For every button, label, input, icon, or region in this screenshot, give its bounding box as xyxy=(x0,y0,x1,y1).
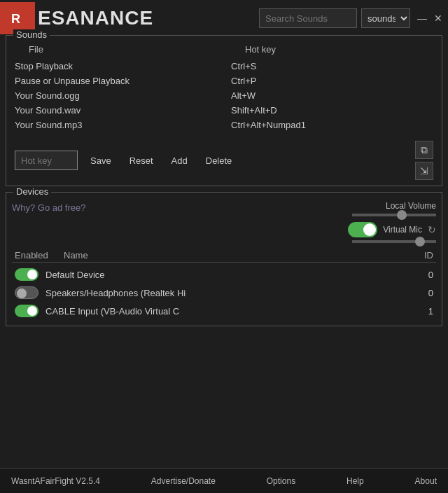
footer-version: WasntAFairFight V2.5.4 xyxy=(11,476,100,486)
hotkey-input[interactable] xyxy=(15,151,78,170)
sound-row[interactable]: Stop Playback Ctrl+S xyxy=(12,59,436,74)
local-volume-slider-container xyxy=(352,214,436,216)
svg-text:R: R xyxy=(11,12,20,26)
virtual-mic-toggle[interactable] xyxy=(348,222,377,237)
device-name-2: CABLE Input (VB-Audio Virtual C xyxy=(46,306,405,317)
device-row: Default Device 0 xyxy=(12,265,436,284)
device-toggle-1[interactable] xyxy=(15,286,38,299)
sound-row[interactable]: Your Sound.mp3 Ctrl+Alt+Numpad1 xyxy=(12,118,436,132)
virtual-mic-slider-container xyxy=(352,240,436,243)
sound-file: Your Sound.mp3 xyxy=(15,120,217,130)
footer-help[interactable]: Help xyxy=(346,476,364,486)
device-id-1: 0 xyxy=(405,288,433,298)
sound-row[interactable]: Pause or Unpause Playback Ctrl+P xyxy=(12,74,436,88)
search-input[interactable] xyxy=(259,8,357,28)
sound-file: Your Sound.ogg xyxy=(15,90,217,101)
sound-file: Your Sound.wav xyxy=(15,105,217,116)
app-name: ESANANCE xyxy=(38,7,153,29)
ad-free-text[interactable]: Why? Go ad free? xyxy=(12,201,86,213)
window-controls: — ✕ xyxy=(417,13,442,23)
main-content: Sounds File Hot key Stop Playback Ctrl+S… xyxy=(0,35,448,335)
device-name-0: Default Device xyxy=(46,270,405,280)
footer-about[interactable]: About xyxy=(415,476,437,486)
sounds-table-header: File Hot key xyxy=(12,44,436,55)
device-toggle-0[interactable] xyxy=(15,268,38,281)
sound-hotkey: Shift+Alt+D xyxy=(217,105,433,116)
sounds-dropdown[interactable]: sounds xyxy=(361,8,410,28)
sound-row[interactable]: Your Sound.wav Shift+Alt+D xyxy=(12,103,436,118)
sound-hotkey: Alt+W xyxy=(217,90,433,101)
sound-hotkey: Ctrl+Alt+Numpad1 xyxy=(217,120,433,130)
devices-table-body: Default Device 0 Speakers/Headphones (Re… xyxy=(12,265,436,320)
sound-hotkey: Ctrl+P xyxy=(217,76,433,86)
device-name-1: Speakers/Headphones (Realtek Hi xyxy=(46,288,405,298)
col-file-header: File xyxy=(15,44,217,55)
devices-section: Why? Go ad free? Local Volume Virtual Mi… xyxy=(6,193,442,326)
virtual-mic-slider[interactable] xyxy=(352,240,436,243)
save-button[interactable]: Save xyxy=(85,153,117,169)
refresh-icon[interactable]: ↻ xyxy=(428,224,436,235)
sounds-section: File Hot key Stop Playback Ctrl+S Pause … xyxy=(6,36,442,186)
sounds-section-box: Sounds File Hot key Stop Playback Ctrl+S… xyxy=(6,35,442,186)
devices-label: Devices xyxy=(13,186,51,197)
footer-options[interactable]: Options xyxy=(267,476,295,486)
right-controls: Local Volume Virtual Mic ↻ xyxy=(348,201,436,243)
minimize-button[interactable]: — xyxy=(417,13,427,23)
col-id-header: ID xyxy=(405,250,433,261)
col-enabled-header: Enabled xyxy=(15,250,64,261)
titlebar: R ESANANCE sounds — ✕ xyxy=(0,0,448,35)
sound-file: Stop Playback xyxy=(15,61,217,71)
devices-table: Enabled Name ID Default Device 0 Speaker… xyxy=(12,249,436,320)
local-volume-label: Local Volume xyxy=(386,201,436,211)
sounds-actions: Save Reset Add Delete ⧉ ⇲ xyxy=(12,141,436,180)
close-button[interactable]: ✕ xyxy=(434,13,442,23)
footer-advertise[interactable]: Advertise/Donate xyxy=(151,476,216,486)
devices-top: Why? Go ad free? Local Volume Virtual Mi… xyxy=(12,201,436,243)
sound-hotkey: Ctrl+S xyxy=(217,61,433,71)
sounds-table-body: Stop Playback Ctrl+S Pause or Unpause Pl… xyxy=(12,59,436,132)
devices-table-header: Enabled Name ID xyxy=(12,249,436,263)
sound-file: Pause or Unpause Playback xyxy=(15,76,217,86)
copy-icon-button[interactable]: ⧉ xyxy=(415,141,433,159)
col-hotkey-header: Hot key xyxy=(217,44,433,55)
titlebar-right: sounds — ✕ xyxy=(259,8,442,28)
icon-buttons: ⧉ ⇲ xyxy=(415,141,433,180)
reset-button[interactable]: Reset xyxy=(124,153,159,169)
device-row: Speakers/Headphones (Realtek Hi 0 xyxy=(12,284,436,302)
device-id-0: 0 xyxy=(405,270,433,280)
delete-button[interactable]: Delete xyxy=(200,153,238,169)
sound-row[interactable]: Your Sound.ogg Alt+W xyxy=(12,88,436,103)
local-volume-slider[interactable] xyxy=(352,214,436,216)
device-toggle-2[interactable] xyxy=(15,305,38,317)
device-id-2: 1 xyxy=(405,306,433,317)
sounds-label: Sounds xyxy=(13,29,50,40)
col-name-header: Name xyxy=(64,250,405,261)
devices-section-box: Devices Why? Go ad free? Local Volume Vi… xyxy=(6,192,442,326)
paste-icon-button[interactable]: ⇲ xyxy=(415,162,433,180)
virtual-mic-label: Virtual Mic xyxy=(383,225,422,235)
add-button[interactable]: Add xyxy=(166,153,193,169)
device-row: CABLE Input (VB-Audio Virtual C 1 xyxy=(12,302,436,320)
footer: WasntAFairFight V2.5.4 Advertise/Donate … xyxy=(0,468,448,493)
